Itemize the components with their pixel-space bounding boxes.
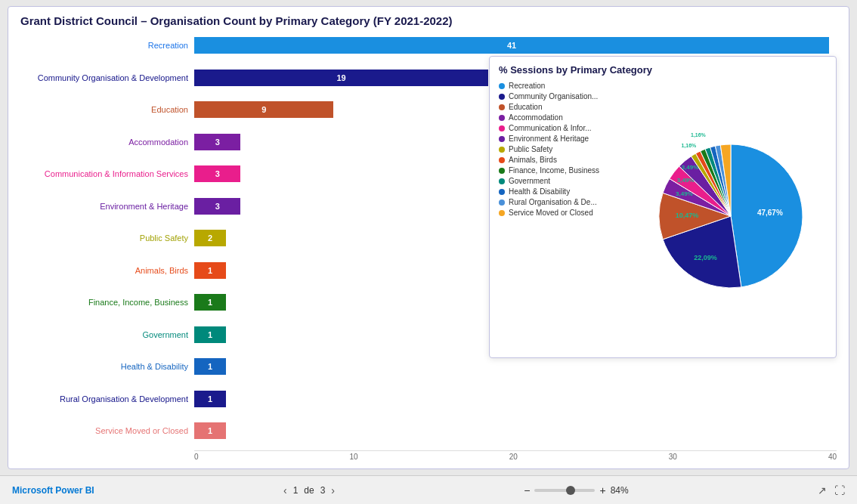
bar-value: 2 <box>203 233 217 243</box>
legend-label: Environment & Heritage <box>509 135 589 143</box>
bar-row: Rural Organisation & Development1 <box>20 387 829 411</box>
bar-fill[interactable]: 3 <box>194 198 240 215</box>
bar-label: Service Moved or Closed <box>20 426 194 435</box>
legend-item: Communication & Infor... <box>499 124 629 132</box>
prev-page-button[interactable]: ‹ <box>283 484 287 496</box>
legend-label: Education <box>509 103 542 111</box>
zoom-in-button[interactable]: + <box>599 484 605 496</box>
chart-card: Grant District Council – Organisation Co… <box>8 6 849 469</box>
x-tick: 0 <box>194 453 199 461</box>
bar-fill[interactable]: 1 <box>194 294 226 311</box>
x-axis: 010203040 <box>194 450 837 461</box>
zoom-out-button[interactable]: − <box>524 484 530 496</box>
bar-fill[interactable]: 1 <box>194 391 226 407</box>
bar-fill[interactable]: 3 <box>194 165 240 182</box>
share-icon[interactable]: ↗ <box>818 484 827 496</box>
bar-row: Service Moved or Closed1 <box>20 419 829 443</box>
bar-fill[interactable]: 3 <box>194 134 240 150</box>
legend-dot <box>499 125 505 131</box>
bar-label: Rural Organisation & Development <box>20 394 194 404</box>
bar-label: Animals, Birds <box>20 266 194 275</box>
legend-label: Rural Organisation & De... <box>509 198 597 206</box>
legend-label: Communication & Infor... <box>509 124 592 132</box>
legend-label: Accommodation <box>509 113 563 122</box>
legend-label: Community Organisation... <box>509 92 598 100</box>
legend-item: Health & Disability <box>499 187 629 196</box>
bar-track: 1 <box>194 391 829 407</box>
bar-fill[interactable]: 1 <box>194 326 226 343</box>
legend-item: Government <box>499 177 629 185</box>
legend-item: Finance, Income, Business <box>499 166 629 175</box>
bar-value: 1 <box>203 266 217 275</box>
legend-item: Education <box>499 103 629 111</box>
legend-label: Animals, Birds <box>509 156 557 164</box>
legend-label: Health & Disability <box>509 187 570 196</box>
legend-dot <box>499 210 505 216</box>
legend-dot <box>499 94 505 100</box>
powerbi-link[interactable]: Microsoft Power BI <box>12 485 94 496</box>
legend-item: Accommodation <box>499 113 629 122</box>
pie-label: 3,49% <box>682 163 699 170</box>
legend-label: Service Moved or Closed <box>509 209 593 217</box>
bar-label: Community Organisation & Development <box>20 73 194 82</box>
bar-fill[interactable]: 1 <box>194 422 226 439</box>
legend-item: Recreation <box>499 82 629 90</box>
bar-label: Health & Disability <box>20 362 194 371</box>
current-page: 1 <box>293 485 299 496</box>
pie-label: 1,16% <box>691 133 707 138</box>
bar-fill[interactable]: 9 <box>194 101 333 118</box>
chart-title: Grant District Council – Organisation Co… <box>20 14 837 27</box>
legend-item: Public Safety <box>499 145 629 153</box>
zoom-level: 84% <box>611 485 629 496</box>
legend-dot <box>499 136 505 142</box>
x-tick: 30 <box>669 453 677 461</box>
main-container: Grant District Council – Organisation Co… <box>0 0 857 475</box>
legend-dot <box>499 147 505 153</box>
bar-value: 1 <box>203 394 217 404</box>
legend-label: Recreation <box>509 82 545 90</box>
pie-svg-area: 47,67%22,09%10,47%3,49%3,49%3,49%1,16%1,… <box>635 82 827 350</box>
pie-label: 3,49% <box>676 190 693 197</box>
pie-label: 10,47% <box>676 212 699 219</box>
zoom-slider[interactable] <box>534 489 595 492</box>
bar-label: Finance, Income, Business <box>20 298 194 307</box>
bar-label: Communication & Information Services <box>20 169 194 178</box>
legend-label: Finance, Income, Business <box>509 166 599 175</box>
bar-label: Recreation <box>20 41 194 50</box>
bar-value: 1 <box>203 330 217 339</box>
bar-label: Environment & Heritage <box>20 202 194 211</box>
legend-dot <box>499 199 505 206</box>
pie-title: % Sessions by Primary Category <box>499 64 827 76</box>
bar-fill[interactable]: 2 <box>194 230 226 246</box>
legend-item: Environment & Heritage <box>499 135 629 143</box>
bar-label: Education <box>20 105 194 114</box>
zoom-thumb <box>566 486 575 495</box>
legend-dot <box>499 104 505 110</box>
bar-track: 1 <box>194 358 829 375</box>
bar-fill[interactable]: 1 <box>194 358 226 375</box>
bar-fill[interactable]: 19 <box>194 70 488 86</box>
bar-label: Accommodation <box>20 138 194 147</box>
expand-icon[interactable]: ⛶ <box>834 484 845 496</box>
legend-item: Community Organisation... <box>499 92 629 100</box>
next-page-button[interactable]: › <box>331 484 335 496</box>
bar-fill[interactable]: 41 <box>194 37 829 54</box>
bar-value: 41 <box>503 41 521 50</box>
bar-track: 41 <box>194 37 829 54</box>
pagination: ‹ 1 de 3 › <box>283 484 335 496</box>
legend-item: Animals, Birds <box>499 156 629 164</box>
legend-dot <box>499 157 505 163</box>
bar-value: 3 <box>211 202 224 211</box>
legend-item: Rural Organisation & De... <box>499 198 629 206</box>
chart-body: Recreation41Community Organisation & Dev… <box>20 33 837 461</box>
legend-dot <box>499 83 505 89</box>
bar-fill[interactable]: 1 <box>194 262 226 279</box>
pie-overlay: % Sessions by Primary Category Recreatio… <box>489 56 837 358</box>
legend-dot <box>499 189 505 195</box>
bottom-bar: Microsoft Power BI ‹ 1 de 3 › − + 84% ↗ … <box>0 475 857 504</box>
total-pages: 3 <box>320 485 326 496</box>
bar-value: 1 <box>203 426 217 435</box>
bar-track: 1 <box>194 422 829 439</box>
legend-item: Service Moved or Closed <box>499 209 629 217</box>
page-separator: de <box>304 485 314 496</box>
